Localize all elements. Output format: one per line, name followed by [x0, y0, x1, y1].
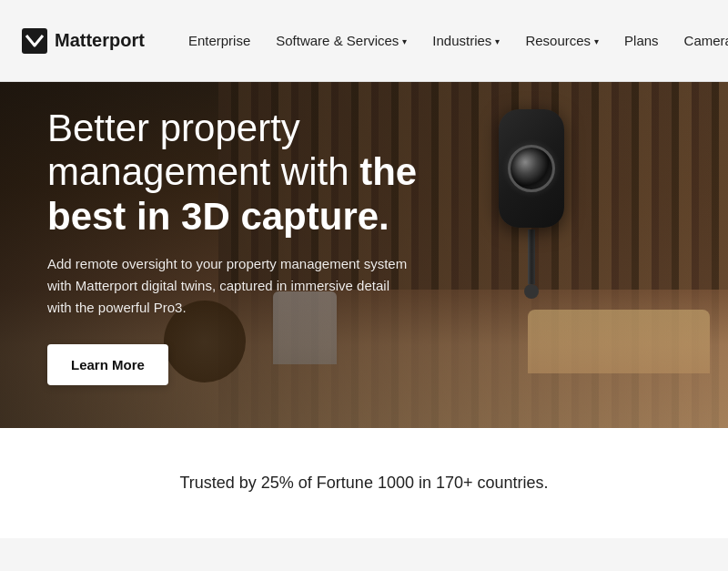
nav-plans-label: Plans	[624, 33, 659, 48]
hero-title-line1: Better propertymanagement with	[47, 107, 359, 193]
learn-more-button[interactable]: Learn More	[47, 344, 168, 385]
camera-lens	[508, 145, 555, 192]
svg-rect-0	[22, 28, 47, 54]
nav-industries-label: Industries	[432, 33, 491, 48]
hero-description: Add remote oversight to your property ma…	[47, 253, 411, 319]
hero-content: Better propertymanagement with thebest i…	[47, 107, 417, 385]
nav-plans[interactable]: Plans	[613, 25, 670, 56]
nav-enterprise-label: Enterprise	[188, 33, 250, 48]
software-services-chevron-icon: ▾	[402, 36, 407, 46]
hero-section: Better propertymanagement with thebest i…	[0, 82, 728, 428]
nav-cameras[interactable]: Cameras ▾	[673, 25, 728, 56]
nav-enterprise[interactable]: Enterprise	[177, 25, 261, 56]
pro3-camera	[499, 109, 564, 299]
logo-link[interactable]: Matterport	[22, 28, 145, 54]
camera-body	[499, 109, 564, 228]
industries-chevron-icon: ▾	[495, 36, 500, 46]
resources-chevron-icon: ▾	[594, 36, 599, 46]
nav-cameras-label: Cameras	[684, 33, 728, 48]
nav-industries[interactable]: Industries ▾	[421, 25, 511, 56]
nav-links: Enterprise Software & Services ▾ Industr…	[177, 25, 728, 56]
trust-section: Trusted by 25% of Fortune 1000 in 170+ c…	[0, 428, 728, 538]
logo-text: Matterport	[55, 30, 145, 51]
camera-base	[524, 284, 539, 299]
matterport-logo-icon	[22, 28, 47, 54]
nav-resources[interactable]: Resources ▾	[514, 25, 610, 56]
navbar: Matterport Enterprise Software & Service…	[0, 0, 728, 82]
nav-resources-label: Resources	[525, 33, 591, 48]
nav-software-services[interactable]: Software & Services ▾	[265, 25, 418, 56]
camera-stand	[528, 229, 535, 284]
sofa-decoration	[528, 310, 710, 373]
trust-text: Trusted by 25% of Fortune 1000 in 170+ c…	[22, 474, 706, 493]
nav-software-services-label: Software & Services	[276, 33, 399, 48]
hero-title: Better propertymanagement with thebest i…	[47, 107, 417, 239]
